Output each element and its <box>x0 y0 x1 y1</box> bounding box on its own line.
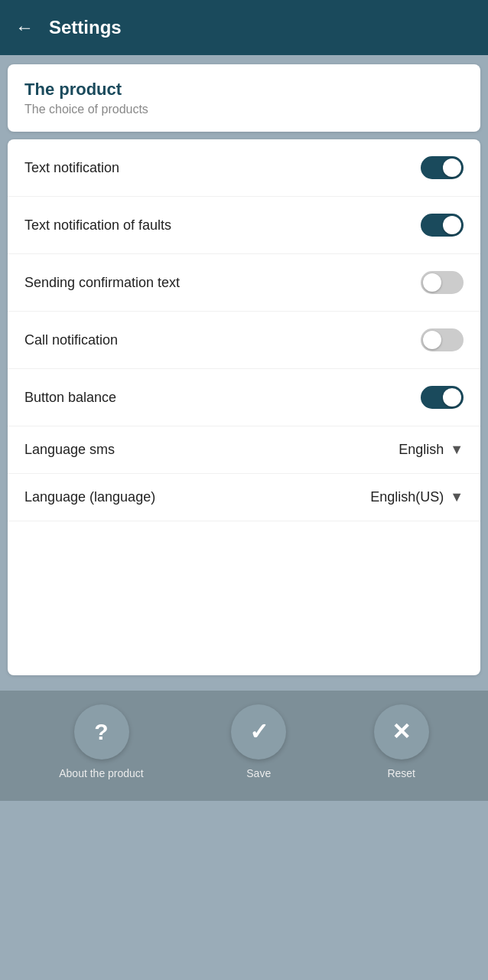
setting-row-sending-confirmation: Sending confirmation text <box>8 254 480 312</box>
toggle-sending-confirmation[interactable] <box>421 271 464 294</box>
settings-card: Text notification Text notification of f… <box>8 139 480 675</box>
about-button-label: About the product <box>59 767 144 779</box>
bottom-bar: ? About the product ✓ Save ✕ Reset <box>0 691 488 801</box>
toggle-text-notification-faults[interactable] <box>421 214 464 237</box>
setting-row-language-sms: Language sms English ▼ <box>8 426 480 474</box>
toggle-call-notification[interactable] <box>421 328 464 351</box>
about-button[interactable]: ? About the product <box>59 704 144 779</box>
toggle-button-balance[interactable] <box>421 386 464 409</box>
about-button-circle: ? <box>74 704 129 760</box>
setting-row-call-notification: Call notification <box>8 312 480 369</box>
setting-row-language-language: Language (language) English(US) ▼ <box>8 474 480 521</box>
dropdown-language-sms[interactable]: English ▼ <box>399 442 464 458</box>
dropdown-language-language-value: English(US) <box>370 489 444 505</box>
chevron-down-icon: ▼ <box>450 442 464 458</box>
setting-label-language-sms: Language sms <box>24 442 115 458</box>
setting-label-language-language: Language (language) <box>24 489 155 505</box>
question-icon: ? <box>94 720 108 743</box>
main-content: The product The choice of products Text … <box>0 55 488 684</box>
reset-button[interactable]: ✕ Reset <box>374 704 429 779</box>
header: ← Settings <box>0 0 488 55</box>
save-button-label: Save <box>246 767 271 779</box>
product-name: The product <box>24 80 464 100</box>
save-button-circle: ✓ <box>231 704 286 760</box>
dropdown-language-language[interactable]: English(US) ▼ <box>370 489 464 505</box>
setting-row-text-notification: Text notification <box>8 139 480 197</box>
chevron-down-icon-2: ▼ <box>450 489 464 505</box>
product-subtitle: The choice of products <box>24 103 464 116</box>
toggle-text-notification[interactable] <box>421 156 464 179</box>
setting-row-button-balance: Button balance <box>8 369 480 426</box>
setting-label-sending-confirmation: Sending confirmation text <box>24 275 180 291</box>
close-icon: ✕ <box>392 720 411 743</box>
reset-button-circle: ✕ <box>374 704 429 760</box>
setting-row-text-notification-faults: Text notification of faults <box>8 197 480 254</box>
reset-button-label: Reset <box>387 767 415 779</box>
setting-label-button-balance: Button balance <box>24 390 116 406</box>
back-button[interactable]: ← <box>15 17 34 38</box>
setting-label-call-notification: Call notification <box>24 332 118 348</box>
product-card: The product The choice of products <box>8 64 480 132</box>
page-title: Settings <box>49 17 122 38</box>
check-icon: ✓ <box>249 720 268 743</box>
dropdown-language-sms-value: English <box>399 442 444 458</box>
save-button[interactable]: ✓ Save <box>231 704 286 779</box>
setting-label-text-notification: Text notification <box>24 160 119 176</box>
setting-label-text-notification-faults: Text notification of faults <box>24 217 171 234</box>
